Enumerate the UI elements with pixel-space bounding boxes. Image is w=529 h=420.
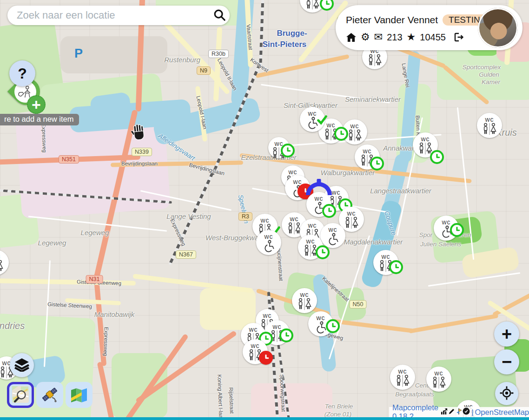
wc-marker[interactable]: wc (355, 144, 380, 170)
community-icon[interactable] (463, 407, 470, 417)
home-icon[interactable] (346, 33, 357, 42)
map-label: Seminariekwartier (345, 95, 401, 103)
wc-marker[interactable]: wc (413, 132, 438, 158)
wc-marker-label: wc (434, 370, 443, 376)
opening-hours-badge[interactable] (281, 144, 295, 158)
wc-marker-label: wc (363, 148, 371, 154)
opening-hours-badge[interactable] (316, 245, 330, 259)
background-satellite-button[interactable] (36, 382, 63, 408)
road-badge: N50 (350, 300, 367, 308)
layers-icon (14, 358, 29, 373)
search-button[interactable] (209, 6, 230, 25)
avatar[interactable] (478, 8, 518, 48)
opening-hours-badge[interactable] (320, 0, 334, 11)
wc-marker[interactable]: wc (300, 107, 325, 132)
wc-marker-label: wc (328, 226, 337, 233)
male-female-icon (304, 0, 321, 12)
satellite-icon (40, 385, 59, 405)
map-label: Magdalenakwartier (344, 238, 403, 246)
wc-marker-label: wc (306, 238, 315, 244)
road-badge: R30b (208, 50, 229, 58)
wc-marker-label: wc (272, 323, 281, 330)
wheelchair-icon (325, 233, 340, 248)
add-item-tooltip: re to add a new item (0, 114, 79, 125)
zoom-out-button[interactable]: − (494, 349, 519, 374)
male-female-icon (430, 376, 447, 391)
opening-hours-badge[interactable] (334, 127, 348, 141)
opening-hours-badge[interactable] (322, 204, 336, 218)
wc-marker-label: wc (0, 253, 1, 260)
mapcomplete-app: Brugge-Sint-PietersRustenburgSint-Gillis… (0, 0, 529, 420)
wc-marker[interactable]: wc (243, 339, 268, 364)
opening-hours-badge[interactable] (279, 328, 293, 342)
map-canvas[interactable]: Brugge-Sint-PietersRustenburgSint-Gillis… (0, 0, 529, 420)
search-input[interactable] (16, 9, 209, 22)
wc-marker[interactable]: wc (390, 365, 415, 390)
map-label: Rijselstraat (228, 387, 235, 413)
hand-cursor-icon (131, 123, 147, 143)
male-female-icon (296, 298, 313, 313)
wc-marker[interactable]: wc (0, 250, 9, 275)
background-map-button[interactable] (66, 382, 93, 408)
map-label: (Zone 01) (324, 411, 352, 418)
user-name: Pieter Vander Vennet (346, 14, 438, 26)
edit-pencil-icon[interactable] (448, 408, 455, 417)
wc-marker[interactable]: wc (477, 113, 502, 138)
background-osm-button[interactable] (7, 382, 34, 408)
background-style-switcher (7, 382, 93, 408)
wc-marker-label: wc (308, 222, 317, 229)
map-label: Koning Albert I-laan (217, 374, 224, 420)
help-button[interactable]: ? (9, 60, 35, 86)
add-new-item-button[interactable]: + (27, 95, 46, 114)
wc-marker[interactable]: wc (300, 0, 325, 13)
wc-marker[interactable]: wc (320, 223, 345, 248)
attribution-divider: | (471, 408, 473, 417)
search-icon (213, 8, 226, 23)
wc-marker[interactable]: wc (256, 230, 281, 255)
opening-hours-badge[interactable] (389, 260, 403, 274)
highlight-dome-marker[interactable] (306, 182, 332, 195)
wc-marker[interactable]: wc (373, 250, 398, 275)
wc-marker[interactable]: wc (298, 235, 323, 260)
male-female-icon (343, 217, 360, 231)
opening-hours-badge[interactable] (430, 150, 444, 164)
map-label: Walburgakwartier (321, 169, 375, 177)
logout-icon[interactable] (453, 32, 464, 43)
map-label: Sportcomplex (463, 64, 501, 71)
wc-marker[interactable]: wc (292, 288, 317, 313)
wc-marker-label: wc (249, 326, 258, 333)
attribution-icons (441, 407, 470, 417)
male-female-icon (394, 374, 411, 389)
wheelchair-icon (261, 240, 276, 255)
map-label: Legeweg (81, 229, 109, 236)
bottom-accent-bar (0, 417, 529, 420)
map-label: Expressweg (103, 327, 109, 356)
verified-check-badge[interactable] (315, 113, 329, 127)
wc-marker[interactable]: wc (434, 216, 459, 241)
wc-marker-label: wc (288, 169, 297, 175)
parking-symbol: P (74, 46, 83, 61)
gear-icon[interactable]: ⚙ (361, 32, 370, 42)
geolocate-button[interactable] (495, 382, 518, 405)
changeset-count: 10455 (420, 32, 446, 43)
message-count[interactable]: 213 (387, 32, 402, 43)
opening-hours-badge[interactable] (326, 319, 340, 333)
mascot-icon[interactable] (456, 408, 462, 417)
wc-marker-label: wc (260, 217, 269, 223)
wc-marker[interactable]: wc (268, 137, 290, 158)
wc-marker[interactable]: wc (308, 311, 333, 336)
zoom-in-button[interactable]: + (494, 322, 519, 347)
mail-icon[interactable]: ✉ (374, 32, 383, 42)
osm-link[interactable]: OpenStreetMap (475, 408, 529, 417)
map-label: Sint-Pieters (263, 40, 306, 49)
opening-hours-badge[interactable] (450, 223, 464, 237)
wc-marker[interactable]: wc (426, 367, 451, 392)
map-label: Bevrijdingslaan (121, 161, 158, 166)
map-label: Gulden (479, 71, 499, 78)
opening-hours-badge[interactable] (259, 351, 273, 365)
wc-marker[interactable]: wc (306, 192, 331, 217)
user-panel: Pieter Vander Vennet TESTING ⚙ ✉ 213 ★ 1… (336, 5, 522, 50)
statistics-icon[interactable] (441, 408, 448, 417)
layers-button[interactable] (10, 353, 34, 377)
opening-hours-badge[interactable] (370, 157, 384, 171)
